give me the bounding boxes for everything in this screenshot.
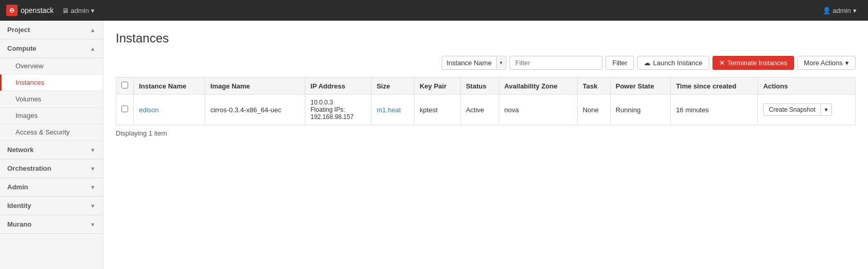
header-availability-zone: Availability Zone	[499, 78, 578, 95]
filter-input[interactable]	[509, 56, 602, 70]
sidebar-section-project[interactable]: Project ▲	[0, 21, 103, 39]
size-link[interactable]: m1.heat	[377, 106, 401, 114]
ip-address: 10.0.0.3	[311, 99, 366, 106]
identity-label: Identity	[7, 202, 31, 210]
footer-text: Displaying 1 item	[116, 125, 856, 141]
create-snapshot-button[interactable]: Create Snapshot	[763, 103, 820, 116]
action-dropdown-button[interactable]: ▾	[820, 103, 832, 116]
user-nav-label: admin	[833, 7, 851, 14]
more-actions-label: More Actions	[804, 59, 843, 67]
row-availability-zone-cell: nova	[499, 95, 578, 125]
row-checkbox-cell	[116, 95, 134, 125]
filter-select-wrap: Instance Name Image Name Status ▾	[442, 56, 506, 70]
terminate-button-label: Terminate Instances	[727, 59, 787, 67]
filter-select[interactable]: Instance Name Image Name Status	[442, 56, 496, 69]
svg-point-0	[10, 8, 14, 13]
header-task: Task	[577, 78, 610, 95]
header-image-name: Image Name	[205, 78, 305, 95]
row-power-state-cell: Running	[610, 95, 671, 125]
action-button-group: Create Snapshot ▾	[763, 103, 850, 116]
admin-label: Admin	[7, 183, 28, 191]
compute-label: Compute	[7, 44, 36, 52]
row-status-cell: Active	[460, 95, 499, 125]
select-all-checkbox[interactable]	[121, 82, 128, 88]
floating-ip: 192.168.98.157	[311, 113, 366, 121]
compute-chevron-icon: ▲	[90, 46, 96, 52]
header-status: Status	[460, 78, 499, 95]
more-actions-button[interactable]: More Actions ▾	[797, 56, 856, 70]
header-checkbox-col	[116, 78, 134, 95]
table-row: edison cirros-0.3.4-x86_64-uec 10.0.0.3 …	[116, 95, 856, 125]
brand: openstack	[6, 5, 54, 16]
filter-button[interactable]: Filter	[606, 56, 634, 70]
more-actions-caret-icon: ▾	[845, 59, 849, 67]
orchestration-label: Orchestration	[7, 165, 51, 172]
filter-select-caret-icon: ▾	[496, 57, 506, 69]
network-label: Network	[7, 146, 34, 154]
header-time-since-created: Time since created	[671, 78, 758, 95]
admin-nav-label: admin	[71, 7, 89, 14]
floating-label: Floating IPs:	[311, 106, 366, 113]
sidebar-item-access-security[interactable]: Access & Security	[0, 124, 103, 141]
header-instance-name: Instance Name	[134, 78, 205, 95]
user-nav-dropdown[interactable]: 👤 admin ▾	[817, 5, 862, 17]
table-header-row: Instance Name Image Name IP Address Size…	[116, 78, 856, 95]
sidebar-section-network[interactable]: Network ▼	[0, 141, 103, 159]
admin-nav-dropdown[interactable]: 🖥 admin ▾	[58, 5, 99, 17]
navbar-right: 👤 admin ▾	[817, 5, 862, 17]
svg-rect-2	[10, 11, 13, 12]
row-instance-name-cell: edison	[134, 95, 205, 125]
action-caret-icon: ▾	[825, 106, 828, 113]
header-actions: Actions	[758, 78, 856, 95]
page-title: Instances	[116, 31, 856, 46]
sidebar-item-images[interactable]: Images	[0, 108, 103, 124]
times-icon: ✕	[719, 59, 725, 67]
sidebar-section-orchestration[interactable]: Orchestration ▼	[0, 159, 103, 178]
launch-instance-button[interactable]: ☁ Launch Instance	[637, 56, 709, 70]
row-key-pair-cell: kptest	[414, 95, 460, 125]
sidebar-section-admin[interactable]: Admin ▼	[0, 178, 103, 197]
brand-logo	[6, 5, 18, 16]
openstack-logo-icon	[8, 7, 16, 14]
filter-button-label: Filter	[612, 59, 627, 67]
header-ip-address: IP Address	[305, 78, 371, 95]
header-power-state: Power State	[610, 78, 671, 95]
row-actions-cell: Create Snapshot ▾	[758, 95, 856, 125]
instances-table: Instance Name Image Name IP Address Size…	[116, 77, 856, 125]
row-checkbox[interactable]	[121, 106, 128, 112]
sidebar-item-overview[interactable]: Overview	[0, 58, 103, 74]
layout: Project ▲ Compute ▲ Overview Instances V…	[0, 21, 868, 269]
svg-rect-1	[10, 9, 13, 10]
navbar-left: openstack 🖥 admin ▾	[6, 5, 99, 17]
admin-chevron-icon: ▼	[90, 184, 96, 190]
user-icon: 👤	[823, 7, 831, 14]
brand-name: openstack	[21, 6, 54, 14]
network-chevron-icon: ▼	[90, 147, 96, 153]
main-content: Instances Instance Name Image Name Statu…	[103, 21, 868, 269]
murano-label: Murano	[7, 220, 32, 228]
orchestration-chevron-icon: ▼	[90, 166, 96, 172]
sidebar-item-volumes[interactable]: Volumes	[0, 91, 103, 108]
toolbar: Instance Name Image Name Status ▾ Filter…	[116, 56, 856, 70]
sidebar-item-instances[interactable]: Instances	[0, 74, 103, 91]
admin-nav-caret-icon: ▾	[91, 7, 95, 14]
cloud-icon: ☁	[644, 59, 650, 67]
row-task-cell: None	[577, 95, 610, 125]
top-navbar: openstack 🖥 admin ▾ 👤 admin ▾	[0, 0, 868, 21]
row-image-name-cell: cirros-0.3.4-x86_64-uec	[205, 95, 305, 125]
user-nav-caret-icon: ▾	[853, 7, 857, 14]
row-time-since-created-cell: 16 minutes	[671, 95, 758, 125]
sidebar-section-identity[interactable]: Identity ▼	[0, 197, 103, 215]
launch-button-label: Launch Instance	[653, 59, 702, 67]
header-key-pair: Key Pair	[414, 78, 460, 95]
project-label: Project	[7, 26, 30, 34]
instance-name-link[interactable]: edison	[139, 106, 159, 114]
sidebar-section-compute[interactable]: Compute ▲	[0, 39, 103, 58]
sidebar: Project ▲ Compute ▲ Overview Instances V…	[0, 21, 103, 269]
header-size: Size	[371, 78, 414, 95]
terminate-instances-button[interactable]: ✕ Terminate Instances	[712, 56, 794, 70]
identity-chevron-icon: ▼	[90, 203, 96, 209]
screen-icon: 🖥	[62, 7, 69, 14]
project-chevron-icon: ▲	[90, 27, 96, 33]
sidebar-section-murano[interactable]: Murano ▼	[0, 215, 103, 234]
